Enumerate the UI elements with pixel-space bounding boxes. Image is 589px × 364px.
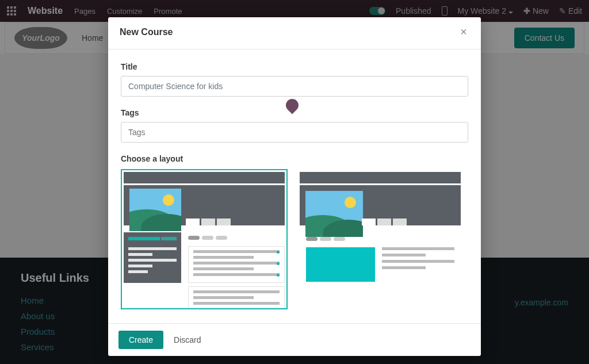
new-course-modal: New Course × Title Tags Choose a layout [108, 17, 481, 356]
modal-title: New Course [120, 27, 173, 37]
title-label: Title [121, 62, 468, 71]
layout-option-2[interactable] [297, 169, 464, 309]
modal-body[interactable]: Title Tags Choose a layout [108, 49, 481, 323]
create-button[interactable]: Create [118, 331, 163, 349]
modal-footer: Create Discard [108, 323, 481, 356]
layout-option-1[interactable] [121, 169, 288, 309]
layout-options [121, 169, 468, 309]
course-tags-input[interactable] [121, 122, 468, 143]
discard-button[interactable]: Discard [174, 335, 201, 344]
course-title-input[interactable] [121, 76, 468, 97]
close-icon[interactable]: × [458, 25, 469, 39]
layout-label: Choose a layout [121, 154, 468, 163]
modal-header: New Course × [108, 17, 481, 49]
